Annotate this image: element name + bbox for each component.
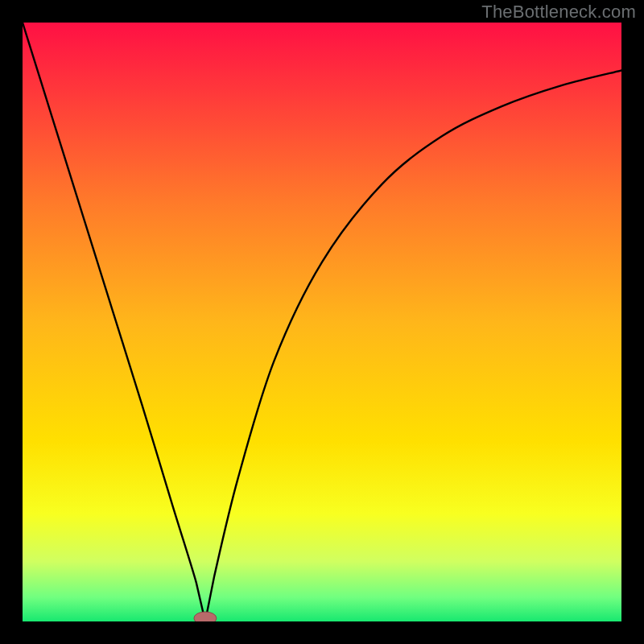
chart-frame: TheBottleneck.com <box>0 0 644 644</box>
gradient-bg <box>23 23 621 621</box>
plot-svg <box>23 23 621 621</box>
minimum-marker <box>194 612 217 621</box>
watermark-text: TheBottleneck.com <box>481 2 636 23</box>
plot-area <box>23 23 621 621</box>
